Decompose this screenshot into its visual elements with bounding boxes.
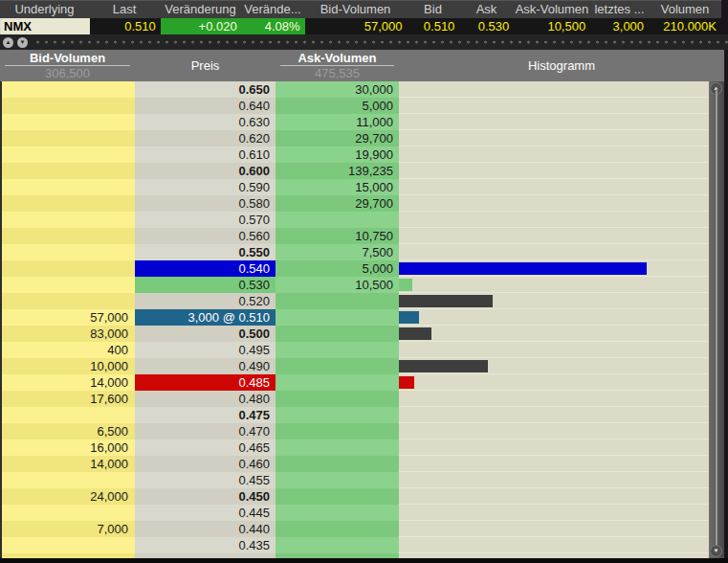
bid-volume-cell[interactable]: 57,000 [0,309,135,326]
summary-header-cell[interactable]: Bid-Volumen [304,1,407,18]
price-cell[interactable]: 0.480 [135,391,276,407]
price-cell[interactable]: 0.465 [135,439,276,456]
price-cell[interactable]: 0.490 [135,358,276,374]
ask-volume-cell[interactable]: 11,000 [276,114,399,130]
price-cell[interactable]: 0.455 [135,472,276,488]
bid-volume-cell[interactable] [0,81,135,98]
price-cell[interactable]: 0.450 [135,488,276,505]
bid-volume-cell[interactable] [0,228,135,244]
scroll-down-button[interactable]: ▼ [710,545,722,557]
ask-volume-cell[interactable] [276,439,399,456]
summary-header-cell[interactable]: Underlying [0,1,89,18]
price-cell[interactable]: 0.470 [135,423,276,439]
summary-value-cell[interactable]: 0.530 [459,18,514,34]
bid-volume-column-header[interactable]: Bid-Volumen 306,500 [0,50,135,81]
ask-volume-cell[interactable] [276,488,399,505]
ask-volume-cell[interactable] [276,374,399,391]
summary-value-cell[interactable]: 4.08% [242,18,305,34]
summary-header-cell[interactable]: Volumen [649,1,721,18]
price-cell[interactable]: 0.560 [135,228,276,244]
summary-value-cell[interactable]: 57,000 [305,18,408,34]
bid-volume-cell[interactable] [0,260,135,277]
bid-volume-cell[interactable]: 10,000 [0,358,135,374]
ask-volume-cell[interactable] [276,537,399,553]
price-cell[interactable]: 0.520 [135,293,276,309]
collapse-up-button[interactable]: ▲ [3,37,13,48]
bid-volume-cell[interactable] [0,212,135,228]
bid-volume-cell[interactable] [0,179,135,195]
ask-volume-cell[interactable]: 10,500 [276,277,399,293]
splitter-bar[interactable]: ▲ ▼ [0,34,728,50]
price-cell[interactable]: 0.610 [135,146,276,163]
ask-volume-cell[interactable]: 5,000 [276,98,399,114]
ask-volume-cell[interactable]: 7,500 [276,244,399,260]
ask-volume-cell[interactable] [276,456,399,472]
price-cell[interactable]: 0.435 [135,537,276,553]
ask-volume-cell[interactable] [276,326,399,342]
price-cell[interactable]: 0.570 [135,212,276,228]
price-cell[interactable]: 0.600 [135,163,276,179]
bid-volume-cell[interactable] [0,407,135,423]
price-cell[interactable]: 0.485 [135,374,276,391]
collapse-down-button[interactable]: ▼ [17,37,28,48]
ask-volume-cell[interactable]: 29,700 [276,195,399,212]
price-cell[interactable]: 0.640 [135,98,276,114]
summary-value-cell[interactable]: 210.000K [649,18,721,34]
bid-volume-cell[interactable] [0,244,135,260]
bid-volume-cell[interactable] [0,163,135,179]
price-cell[interactable]: 0.580 [135,195,276,212]
summary-header-cell[interactable]: letztes ... [590,1,649,18]
price-cell[interactable]: 0.475 [135,407,276,423]
summary-value-cell[interactable]: 0.510 [407,18,459,34]
splitter-grip-dots-icon[interactable] [32,34,728,50]
ask-volume-cell[interactable] [276,342,399,358]
price-cell[interactable]: 0.650 [135,81,276,98]
ask-volume-cell[interactable] [276,407,399,423]
price-cell[interactable]: 0.620 [135,130,276,146]
price-cell[interactable]: 0.445 [135,505,276,521]
ask-volume-cell[interactable] [276,521,399,537]
bid-volume-cell[interactable] [0,472,135,488]
summary-header-cell[interactable]: Verände... [241,1,304,18]
bid-volume-cell[interactable] [0,505,135,521]
price-cell[interactable]: 0.540 [135,260,276,277]
summary-header-cell[interactable]: Bid [407,1,459,18]
ask-volume-cell[interactable] [276,472,399,488]
summary-header-cell[interactable]: Ask-Volumen [514,1,590,18]
bid-volume-cell[interactable]: 83,000 [0,326,135,342]
summary-value-cell[interactable]: 10,500 [514,18,590,34]
summary-value-cell[interactable]: 0.510 [90,18,161,34]
price-column-header[interactable]: Preis [135,50,276,81]
bid-volume-cell[interactable] [0,146,135,163]
ask-volume-cell[interactable] [276,293,399,309]
bid-volume-cell[interactable]: 16,000 [0,439,135,456]
price-cell[interactable]: 0.630 [135,114,276,130]
ask-volume-cell[interactable] [276,358,399,374]
bid-volume-cell[interactable] [0,537,135,553]
ask-volume-cell[interactable] [276,505,399,521]
ask-volume-cell[interactable] [276,391,399,407]
ask-volume-cell[interactable]: 10,750 [276,228,399,244]
bid-volume-cell[interactable] [0,130,135,146]
ask-volume-cell[interactable] [276,212,399,228]
price-cell[interactable]: 3,000 @ 0.510 [135,309,276,326]
bid-volume-cell[interactable] [0,195,135,212]
ask-volume-cell[interactable] [276,309,399,326]
bid-volume-cell[interactable]: 400 [0,342,135,358]
ask-volume-cell[interactable]: 19,900 [276,146,399,163]
price-cell[interactable]: 0.500 [135,326,276,342]
bid-volume-cell[interactable] [0,293,135,309]
bid-volume-cell[interactable] [0,114,135,130]
price-cell[interactable]: 0.590 [135,179,276,195]
bid-volume-cell[interactable]: 6,500 [0,423,135,439]
summary-header-cell[interactable]: Veränderung [160,1,241,18]
summary-value-cell[interactable]: 3,000 [590,18,649,34]
bid-volume-cell[interactable]: 7,000 [0,521,135,537]
price-cell[interactable]: 0.495 [135,342,276,358]
ask-volume-cell[interactable]: 15,000 [276,179,399,195]
ask-volume-cell[interactable]: 29,700 [276,130,399,146]
price-cell[interactable]: 0.530 [135,277,276,293]
price-cell[interactable]: 0.550 [135,244,276,260]
bid-volume-cell[interactable]: 17,600 [0,391,135,407]
scrollbar[interactable]: ▲ ▼ [709,81,724,558]
